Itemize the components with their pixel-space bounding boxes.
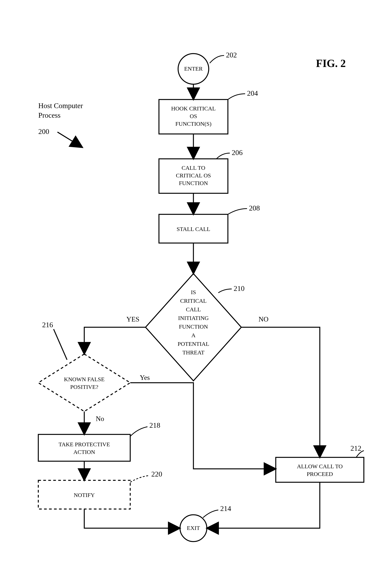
threat-l4: INITIATING <box>178 315 209 321</box>
ref-212: 212 <box>351 444 361 452</box>
leader-204 <box>228 94 245 100</box>
allow-l1: ALLOW CALL TO <box>297 463 343 469</box>
threat-l5: FUNCTION <box>179 323 208 330</box>
process-label-line1: Host Computer <box>38 102 83 110</box>
leader-210 <box>218 289 232 293</box>
ref-214: 214 <box>220 504 231 512</box>
svg-rect-6 <box>38 435 130 461</box>
ref-216: 216 <box>42 321 53 329</box>
branch-yes: Yes <box>140 374 150 381</box>
known-l1: KNOWN FALSE <box>64 376 105 382</box>
protect-l2: ACTION <box>73 449 95 455</box>
call-l1: CALL TO <box>182 165 205 171</box>
call-l3: FUNCTION <box>179 180 208 186</box>
threat-l6: A <box>191 332 196 338</box>
node-notify: NOTIFY <box>38 480 130 509</box>
node-allow: ALLOW CALL TO PROCEED <box>276 457 364 482</box>
ref-218: 218 <box>149 421 160 429</box>
figure-title: FIG. 2 <box>316 57 346 69</box>
ref-210: 210 <box>234 284 245 292</box>
call-l2: CRITICAL OS <box>176 172 211 179</box>
node-known-false-positive: KNOWN FALSE POSITIVE? <box>38 354 130 411</box>
exit-text: EXIT <box>187 525 200 531</box>
leader-206 <box>216 153 230 159</box>
arrow-threat-yes <box>84 327 145 354</box>
ref-206: 206 <box>232 149 243 156</box>
protect-l1: TAKE PROTECTIVE <box>59 441 110 448</box>
known-l2: POSITIVE? <box>70 384 98 390</box>
allow-l2: PROCEED <box>307 471 333 477</box>
ref-220: 220 <box>151 470 162 478</box>
hook-l1: HOOK CRITICAL <box>171 105 216 112</box>
node-stall: STALL CALL <box>159 214 228 243</box>
node-hook: HOOK CRITICAL OS FUNCTION(S) <box>159 100 228 134</box>
process-pointer-arrow <box>57 132 82 147</box>
leader-216 <box>54 329 67 360</box>
enter-text: ENTER <box>184 65 203 72</box>
leader-218 <box>130 427 147 436</box>
leader-208 <box>228 209 247 214</box>
node-enter: ENTER <box>178 54 209 84</box>
hook-l3: FUNCTION(S) <box>175 121 211 127</box>
threat-l3: CALL <box>186 306 201 312</box>
leader-220 <box>130 475 149 482</box>
arrow-threat-no <box>241 327 320 457</box>
leader-214 <box>203 510 218 518</box>
svg-marker-5 <box>38 354 130 411</box>
ref-202: 202 <box>226 51 237 59</box>
node-exit: EXIT <box>180 515 207 542</box>
leader-202 <box>210 55 224 63</box>
process-label-line2: Process <box>38 111 61 119</box>
threat-l1: IS <box>191 289 196 295</box>
node-call: CALL TO CRITICAL OS FUNCTION <box>159 159 228 193</box>
threat-l2: CRITICAL <box>180 298 207 304</box>
svg-rect-8 <box>276 457 364 482</box>
ref-208: 208 <box>249 204 260 212</box>
threat-l7: POTENTIAL <box>178 341 209 347</box>
arrow-notify-exit <box>84 509 180 528</box>
process-ref: 200 <box>38 128 49 136</box>
branch-no: No <box>96 415 104 422</box>
notify-text: NOTIFY <box>74 492 95 498</box>
hook-l2: OS <box>190 113 197 119</box>
node-protective-action: TAKE PROTECTIVE ACTION <box>38 435 130 461</box>
threat-l8: THREAT <box>183 349 205 356</box>
stall-text: STALL CALL <box>177 226 210 232</box>
ref-204: 204 <box>247 89 258 97</box>
branch-no-upper: NO <box>259 315 268 323</box>
branch-yes-upper: YES <box>126 315 139 323</box>
